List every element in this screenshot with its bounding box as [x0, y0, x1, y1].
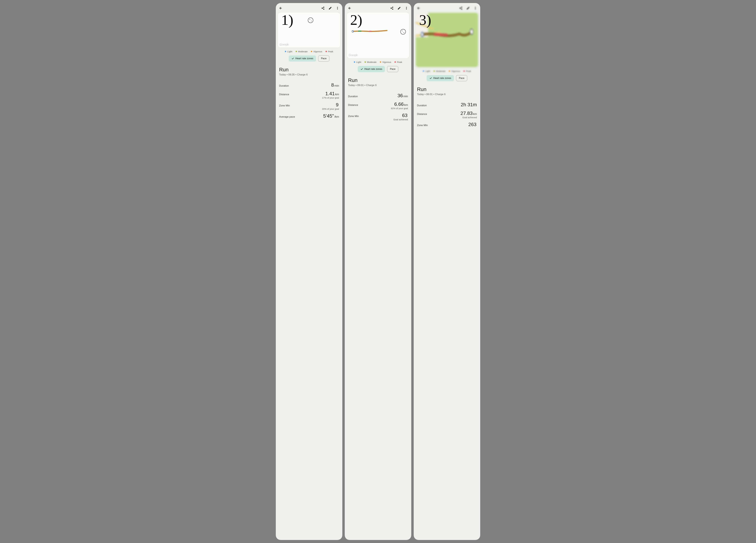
svg-point-8	[392, 7, 393, 8]
share-icon[interactable]	[458, 5, 464, 11]
map-attribution: Google	[280, 43, 289, 46]
zone-peak: Peak	[463, 70, 471, 72]
zone-vigorous: Vigorous	[311, 50, 322, 53]
stat-distance: Distance 27.83km	[417, 109, 477, 116]
zone-moderate: Moderate	[433, 70, 445, 72]
svg-point-17	[461, 7, 462, 8]
more-icon[interactable]	[403, 5, 409, 11]
back-button[interactable]	[347, 5, 353, 11]
share-icon[interactable]	[389, 5, 395, 11]
stat-avg-pace: Average pace 5'45"/km	[279, 111, 339, 119]
svg-line-12	[391, 8, 393, 9]
zone-legend: Light Moderate Vigorous Peak	[414, 67, 480, 75]
svg-point-6	[337, 8, 338, 8]
stat-duration: Duration 36min	[348, 91, 408, 99]
svg-line-4	[323, 8, 324, 9]
svg-point-24	[475, 9, 476, 10]
zone-legend: Light Moderate Vigorous Peak	[345, 58, 411, 65]
app-toolbar	[414, 3, 480, 13]
map-attribution: Google	[349, 53, 358, 57]
pace-chip[interactable]: Pace	[387, 66, 398, 72]
svg-point-23	[475, 8, 476, 8]
back-button[interactable]	[415, 5, 422, 11]
zone-vigorous: Vigorous	[380, 61, 391, 63]
app-toolbar	[345, 3, 411, 13]
activity-title: Run	[417, 86, 477, 92]
more-icon[interactable]	[334, 5, 341, 11]
activity-section: Run Today • 09:01 • Charge 6 Duration 36…	[345, 75, 411, 540]
zone-moderate: Moderate	[365, 61, 376, 63]
share-icon[interactable]	[320, 5, 326, 11]
pace-chip[interactable]: Pace	[318, 55, 329, 62]
stat-zone-min: Zone Min 263	[417, 120, 477, 128]
activity-section: Run Today • 08:35 • Charge 6 Duration 8m…	[276, 65, 342, 540]
svg-line-21	[460, 8, 461, 9]
hr-zones-chip[interactable]: Heart rate zones	[427, 75, 454, 81]
mode-toggle: Heart rate zones Pace	[276, 55, 342, 65]
svg-point-5	[337, 7, 338, 8]
edit-icon[interactable]	[396, 5, 402, 11]
figure-label: 1)	[281, 13, 293, 27]
svg-point-2	[323, 9, 324, 10]
svg-point-25	[421, 32, 424, 37]
svg-point-22	[475, 7, 476, 8]
zone-light: Light	[354, 61, 361, 63]
fullscreen-icon[interactable]	[400, 29, 406, 34]
figure-label: 3)	[419, 13, 431, 27]
stat-zone-min: Zone Min 9	[279, 100, 339, 108]
activity-subtitle: Today • 06:01 • Charge 6	[417, 93, 477, 96]
zone-moderate: Moderate	[296, 50, 308, 53]
edit-icon[interactable]	[327, 5, 333, 11]
stat-distance: Distance 1.41km	[279, 89, 339, 97]
svg-point-7	[337, 9, 338, 10]
stat-distance: Distance 6.66km	[348, 100, 408, 107]
zone-light: Light	[423, 70, 430, 72]
activity-subtitle: Today • 08:35 • Charge 6	[279, 73, 339, 76]
svg-line-20	[460, 7, 461, 8]
zone-legend: Light Moderate Vigorous Peak	[276, 47, 342, 55]
svg-point-18	[460, 8, 460, 9]
activity-title: Run	[279, 67, 339, 73]
hr-zones-chip[interactable]: Heart rate zones	[358, 66, 385, 72]
svg-point-16	[352, 31, 354, 32]
hr-zones-chip[interactable]: Heart rate zones	[289, 55, 316, 62]
svg-point-14	[406, 8, 407, 8]
svg-point-0	[323, 7, 324, 8]
screenshot-2: 2) Google Light Moderate Vigorous	[345, 3, 411, 540]
edit-icon[interactable]	[465, 5, 471, 11]
svg-point-9	[391, 8, 391, 9]
route-path	[352, 30, 388, 32]
svg-point-19	[461, 9, 462, 10]
zone-peak: Peak	[394, 61, 402, 63]
svg-line-3	[323, 7, 324, 8]
activity-subtitle: Today • 09:01 • Charge 6	[348, 84, 408, 87]
mode-toggle: Heart rate zones Pace	[414, 75, 480, 85]
stat-duration: Duration 8min	[279, 80, 339, 88]
svg-point-26	[470, 29, 473, 34]
stat-zone-min: Zone Min 63	[348, 111, 408, 119]
svg-point-1	[322, 8, 323, 9]
activity-section: Run Today • 06:01 • Charge 6 Duration 2h…	[414, 85, 480, 540]
pace-chip[interactable]: Pace	[456, 75, 467, 81]
svg-point-13	[406, 7, 407, 8]
svg-point-10	[392, 9, 393, 10]
more-icon[interactable]	[472, 5, 478, 11]
figure-label: 2)	[350, 13, 362, 27]
screenshot-1: 1) Google Light Moderate Vigorous Peak H…	[276, 3, 342, 540]
activity-title: Run	[348, 77, 408, 83]
screenshot-3: 3) Light Moderate Vigorous	[414, 3, 480, 540]
stat-duration: Duration 2h 31m	[417, 100, 477, 108]
svg-point-15	[406, 9, 407, 10]
fullscreen-icon[interactable]	[308, 18, 313, 23]
zone-vigorous: Vigorous	[449, 70, 460, 72]
zone-light: Light	[285, 50, 292, 53]
app-toolbar	[276, 3, 342, 13]
svg-line-11	[391, 7, 393, 8]
back-button[interactable]	[278, 5, 284, 11]
mode-toggle: Heart rate zones Pace	[345, 65, 411, 75]
zone-peak: Peak	[326, 50, 333, 53]
